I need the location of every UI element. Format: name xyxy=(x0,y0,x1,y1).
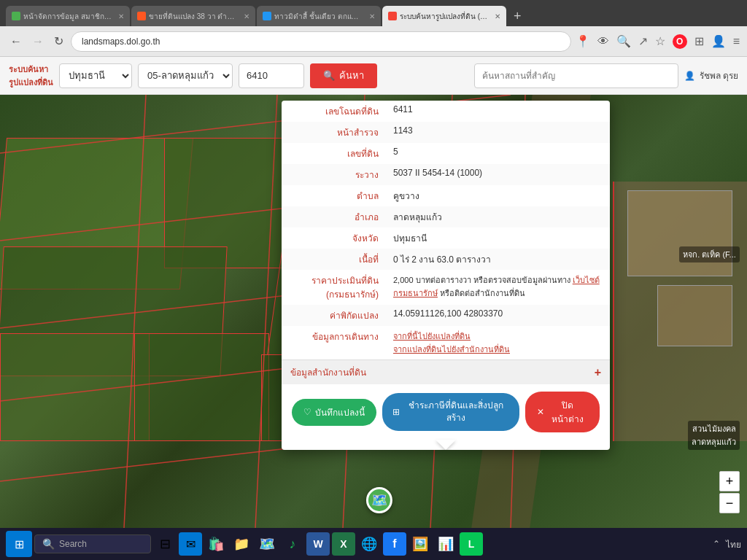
table-row: ราคาประเมินที่ดิน(กรมธนารักษ์) 2,000 บาท… xyxy=(282,270,610,305)
field-label: จังหวัด xyxy=(282,228,387,249)
field-label: ค่าพิกัดแปลง xyxy=(282,305,387,326)
address-input[interactable] xyxy=(71,31,571,52)
save-parcel-button[interactable]: ♡ บันทึกแปลงนี้ xyxy=(292,399,376,426)
table-row: หน้าสำรวจ 1143 xyxy=(282,122,610,143)
bookmark-icon[interactable]: ☆ xyxy=(655,34,665,48)
new-tab-button[interactable]: + xyxy=(508,6,527,26)
field-value: 5 xyxy=(387,143,610,164)
tab-1[interactable]: หน้าจัดการข้อมูล สมาชิกเลขที่ 1980... ✕ xyxy=(6,6,130,26)
taskbar-lang[interactable]: ไทย xyxy=(726,537,741,551)
windows-start-button[interactable]: ⊞ xyxy=(6,531,32,557)
table-row: เลขโฉนดที่ดิน 6411 xyxy=(282,101,610,122)
account-icon[interactable]: 👤 xyxy=(711,34,726,48)
taskbar-icon-facebook[interactable]: f xyxy=(383,532,406,556)
field-label: เลขโฉนดที่ดิน xyxy=(282,101,387,122)
tab-2-label: ขายที่ดินแปลง 38 วา ตำแนสำโรง 50 ... xyxy=(149,11,238,22)
brand-logo: ระบบค้นหารูปแปลงที่ดิน xyxy=(9,63,53,89)
table-row: อำเภอ ลาดหลุมแก้ว xyxy=(282,206,610,228)
taskbar-search[interactable]: 🔍 Search xyxy=(34,534,151,553)
taskbar-icon-unknown[interactable]: 📊 xyxy=(434,532,457,556)
tab-4-label: ระบบค้นหารูปแปลงที่ดิน (LandsMaps... xyxy=(400,11,489,22)
menu-icon[interactable]: ≡ xyxy=(733,35,740,48)
search-icon: 🔍 xyxy=(323,70,335,81)
section-expand-icon: + xyxy=(595,366,601,379)
tab-3-close[interactable]: ✕ xyxy=(369,12,375,20)
tab-4-active[interactable]: ระบบค้นหารูปแปลงที่ดิน (LandsMaps... ✕ xyxy=(382,6,506,26)
taskbar-icon-music[interactable]: ♪ xyxy=(281,532,304,556)
tab-1-label: หน้าจัดการข้อมูล สมาชิกเลขที่ 1980... xyxy=(23,11,112,22)
parcel-input[interactable] xyxy=(239,63,304,88)
field-label: ตำบล xyxy=(282,185,387,206)
map-label-1: หจก. ตเท็ค (F... xyxy=(679,246,740,262)
table-row: ค่าพิกัดแปลง 14.05911126,100 42803370 xyxy=(282,305,610,326)
field-value: 5037 II 5454-14 (1000) xyxy=(387,164,610,185)
tab-3[interactable]: ทาวมิดำสี้ ชั้นเดียว ตกแต่งใหม่ พร้อ... … xyxy=(257,6,381,26)
taskbar-icon-line[interactable]: L xyxy=(460,532,483,556)
table-row: เลขที่ดิน 5 xyxy=(282,143,610,164)
taskbar-icon-word[interactable]: W xyxy=(306,532,330,556)
map-controls: + − xyxy=(719,471,740,513)
field-value: 0 ไร่ 2 งาน 63.0 ตารางวา xyxy=(387,249,610,270)
taskbar-icon-photos[interactable]: 🖼️ xyxy=(409,532,432,556)
search-button[interactable]: 🔍 ค้นหา xyxy=(310,63,377,88)
address-bar-row: ← → ↻ 📍 👁 🔍 ↗ ☆ O ⊞ 👤 ≡ xyxy=(0,26,747,57)
taskbar-icon-maps[interactable]: 🗺️ xyxy=(255,532,279,556)
map-area[interactable]: หจก. ตเท็ค (F... สวนไม้มงคลลาดหลุมแก้ว เ… xyxy=(0,95,747,528)
refresh-button[interactable]: ↻ xyxy=(51,34,66,48)
tab-1-close[interactable]: ✕ xyxy=(118,12,124,20)
close-icon: ✕ xyxy=(537,407,544,417)
eye-icon[interactable]: 👁 xyxy=(597,35,609,48)
taskbar-icon-store[interactable]: 🛍️ xyxy=(204,532,228,556)
field-value: 6411 xyxy=(387,101,610,122)
zoom-in-button[interactable]: + xyxy=(719,471,740,491)
browser-tabs: หน้าจัดการข้อมูล สมาชิกเลขที่ 1980... ✕ … xyxy=(0,0,747,26)
taskbar-icon-widgets[interactable]: ⊟ xyxy=(153,532,177,556)
popup-section-header[interactable]: ข้อมูลสำนักงานที่ดิน + xyxy=(282,359,610,384)
section-header-label: ข้อมูลสำนักงานที่ดิน xyxy=(290,365,366,379)
table-row: ระวาง 5037 II 5454-14 (1000) xyxy=(282,164,610,185)
taskbar-icon-excel[interactable]: X xyxy=(332,532,355,556)
map-icon-cluster: 🗺️ xyxy=(366,487,392,513)
browser-icons: 📍 👁 🔍 ↗ ☆ O ⊞ 👤 ≡ xyxy=(576,34,740,49)
search-button-label: ค้นหา xyxy=(339,68,364,83)
taskbar-chevron-up-icon[interactable]: ⌃ xyxy=(713,539,720,549)
district-select[interactable]: 05-ลาดหลุมแก้ว xyxy=(138,63,233,88)
field-label: อำเภอ xyxy=(282,206,387,228)
field-label: เลขที่ดิน xyxy=(282,143,387,164)
field-value: 2,000 บาทต่อตารางวา หรือตรวจสอบข้อมูลผ่า… xyxy=(387,270,610,305)
taskbar-search-icon: 🔍 xyxy=(42,538,55,550)
popup-arrow xyxy=(436,440,456,450)
zoom-out-button[interactable]: − xyxy=(719,493,740,513)
taskbar: ⊞ 🔍 Search ⊟ ✉ 🛍️ 📁 🗺️ ♪ W X 🌐 f 🖼️ 📊 L … xyxy=(0,528,747,560)
field-value: จากที่นี้ไปยังแปลงที่ดิน จากแปลงที่ดินไป… xyxy=(387,326,610,359)
province-select[interactable]: ปทุมธานี xyxy=(59,63,132,88)
table-row: จังหวัด ปทุมธานี xyxy=(282,228,610,249)
field-value: 1143 xyxy=(387,122,610,143)
tab-2-close[interactable]: ✕ xyxy=(244,12,249,20)
taskbar-icon-mail[interactable]: ✉ xyxy=(179,532,202,556)
extensions-icon[interactable]: ⊞ xyxy=(694,34,704,48)
close-popup-button[interactable]: ✕ ปิดหน้าต่าง xyxy=(525,392,600,432)
tax-button[interactable]: ⊞ ชำระภาษีที่ดินและสิ่งปลูกสร้าง xyxy=(382,393,519,431)
back-button[interactable]: ← xyxy=(7,35,25,48)
share-icon[interactable]: ↗ xyxy=(638,34,648,48)
taskbar-icon-explorer[interactable]: 📁 xyxy=(230,532,253,556)
location-icon[interactable]: 📍 xyxy=(576,34,590,48)
user-label: รัชพล ดุรย xyxy=(700,69,738,82)
field-label: ระวาง xyxy=(282,164,387,185)
svg-line-6 xyxy=(255,95,277,528)
field-label: หน้าสำรวจ xyxy=(282,122,387,143)
place-search-input[interactable] xyxy=(474,63,678,88)
table-row: ตำบล คูขวาง xyxy=(282,185,610,206)
tab-2[interactable]: ขายที่ดินแปลง 38 วา ตำแนสำโรง 50 ... ✕ xyxy=(131,6,255,26)
forward-button[interactable]: → xyxy=(29,35,47,48)
main-toolbar: ระบบค้นหารูปแปลงที่ดิน ปทุมธานี 05-ลาดหล… xyxy=(0,57,747,95)
info-popup: เลขโฉนดที่ดิน 6411 หน้าสำรวจ 1143 เลขที่… xyxy=(282,101,610,450)
tab-4-close[interactable]: ✕ xyxy=(495,12,500,20)
taskbar-icon-browser[interactable]: 🌐 xyxy=(357,532,381,556)
taskbar-search-label: Search xyxy=(59,539,87,549)
zoom-icon[interactable]: 🔍 xyxy=(616,34,631,48)
field-label: ราคาประเมินที่ดิน(กรมธนารักษ์) xyxy=(282,270,387,305)
opera-icon: O xyxy=(673,34,687,49)
save-button-label: บันทึกแปลงนี้ xyxy=(315,405,365,419)
